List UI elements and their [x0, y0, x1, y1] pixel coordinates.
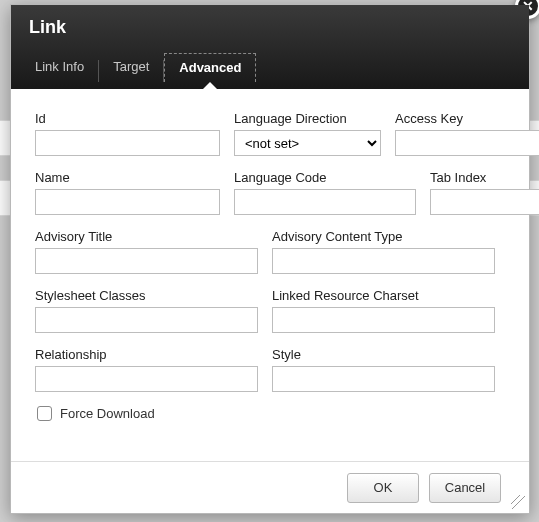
tab-advanced[interactable]: Advanced: [164, 53, 256, 82]
cancel-button[interactable]: Cancel: [429, 473, 501, 503]
dialog-body: Id Language Direction <not set> Access K…: [11, 89, 529, 431]
label-name: Name: [35, 170, 220, 185]
select-language-direction[interactable]: <not set>: [234, 130, 381, 156]
tab-target[interactable]: Target: [99, 53, 163, 82]
field-language-direction: Language Direction <not set>: [234, 111, 381, 156]
label-id: Id: [35, 111, 220, 126]
field-stylesheet-classes: Stylesheet Classes: [35, 288, 258, 333]
input-advisory-content-type[interactable]: [272, 248, 495, 274]
input-language-code[interactable]: [234, 189, 416, 215]
input-style[interactable]: [272, 366, 495, 392]
input-stylesheet-classes[interactable]: [35, 307, 258, 333]
tab-bar: Link Info Target Advanced: [11, 48, 529, 82]
input-id[interactable]: [35, 130, 220, 156]
checkbox-force-download[interactable]: [37, 406, 52, 421]
label-access-key: Access Key: [395, 111, 539, 126]
label-tab-index: Tab Index: [430, 170, 539, 185]
label-relationship: Relationship: [35, 347, 258, 362]
field-language-code: Language Code: [234, 170, 416, 215]
label-linked-resource-charset: Linked Resource Charset: [272, 288, 495, 303]
dialog-title: Link: [11, 5, 529, 48]
input-advisory-title[interactable]: [35, 248, 258, 274]
field-linked-resource-charset: Linked Resource Charset: [272, 288, 495, 333]
input-name[interactable]: [35, 189, 220, 215]
dialog-footer: OK Cancel: [11, 461, 529, 513]
field-advisory-title: Advisory Title: [35, 229, 258, 274]
link-dialog: ✕ Link Link Info Target Advanced Id Lang…: [10, 4, 530, 514]
label-advisory-title: Advisory Title: [35, 229, 258, 244]
label-language-direction: Language Direction: [234, 111, 381, 126]
field-relationship: Relationship: [35, 347, 258, 392]
field-style: Style: [272, 347, 495, 392]
input-relationship[interactable]: [35, 366, 258, 392]
field-tab-index: Tab Index: [430, 170, 539, 215]
field-id: Id: [35, 111, 220, 156]
label-stylesheet-classes: Stylesheet Classes: [35, 288, 258, 303]
label-advisory-content-type: Advisory Content Type: [272, 229, 495, 244]
tab-link-info[interactable]: Link Info: [21, 53, 98, 82]
label-language-code: Language Code: [234, 170, 416, 185]
input-tab-index[interactable]: [430, 189, 539, 215]
input-access-key[interactable]: [395, 130, 539, 156]
dialog-header: Link Link Info Target Advanced: [11, 5, 529, 89]
field-advisory-content-type: Advisory Content Type: [272, 229, 495, 274]
label-style: Style: [272, 347, 495, 362]
ok-button[interactable]: OK: [347, 473, 419, 503]
field-name: Name: [35, 170, 220, 215]
input-linked-resource-charset[interactable]: [272, 307, 495, 333]
label-force-download: Force Download: [60, 406, 155, 421]
field-access-key: Access Key: [395, 111, 539, 156]
field-force-download: Force Download: [37, 406, 505, 421]
resize-handle[interactable]: [511, 495, 525, 509]
